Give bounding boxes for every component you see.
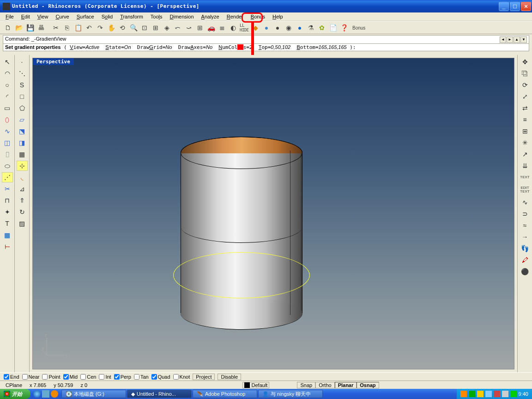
tray-icon-7[interactable] (510, 391, 517, 397)
array-icon[interactable]: ▦ (2, 230, 13, 240)
join-icon[interactable]: ⊓ (2, 195, 13, 206)
taskbar-item-chat[interactable]: 👤与 ningsky 聊天中 (258, 390, 323, 398)
revolve-icon[interactable]: ↻ (17, 207, 28, 217)
array-polar-icon[interactable]: ✳ (520, 138, 531, 148)
curve-freeform-icon[interactable]: ∿ (2, 126, 13, 136)
points-multi-icon[interactable]: ⋱ (17, 68, 28, 79)
viewport-label[interactable]: Perspective (33, 58, 74, 65)
solid-box-icon[interactable]: ◨ (17, 138, 28, 148)
properties-icon[interactable]: 📄 (328, 23, 338, 33)
polygon-curve-icon[interactable]: ⬯ (2, 115, 13, 125)
zoom-dynamic-icon[interactable]: 🔍 (128, 23, 139, 33)
ie-icon[interactable] (33, 390, 41, 398)
fillet-icon[interactable]: ◟ (17, 172, 28, 182)
material-sphere-1-icon[interactable]: ● (261, 23, 272, 33)
menu-solid[interactable]: Solid (98, 13, 116, 20)
status-planar[interactable]: Planar (335, 382, 357, 388)
menu-help[interactable]: Help (269, 13, 287, 20)
open-icon[interactable]: 📂 (14, 23, 24, 33)
array-rect-icon[interactable]: ⊞ (520, 126, 531, 136)
osnap-quad[interactable]: Quad (151, 374, 170, 380)
zoom-window-icon[interactable]: ⊡ (139, 23, 150, 33)
4view-icon[interactable]: ⊞ (195, 23, 205, 33)
help-icon[interactable]: ❓ (339, 23, 349, 33)
menu-analyze[interactable]: Analyze (198, 13, 223, 20)
osnap-int[interactable]: Int (99, 374, 111, 380)
osnap-project-button[interactable]: Project (193, 374, 215, 380)
redo-view-icon[interactable]: ⤻ (184, 23, 194, 33)
box-icon[interactable]: ◫ (2, 138, 13, 148)
osnap-perp[interactable]: Perp (114, 374, 131, 380)
options-gear-icon[interactable]: ✿ (317, 23, 327, 33)
rotate-view-icon[interactable]: ⟲ (117, 23, 127, 33)
polygon-icon[interactable]: ⬠ (17, 103, 28, 113)
ellipsoid-icon[interactable]: ⬭ (2, 161, 13, 171)
layer-selector[interactable]: Default (242, 382, 270, 388)
curve-blend-icon[interactable]: ∿ (520, 197, 531, 207)
paste-icon[interactable]: 📋 (73, 23, 83, 33)
taskbar-item-rhino[interactable]: ◆Untitled - Rhino... (127, 390, 192, 398)
status-ortho[interactable]: Ortho (315, 382, 335, 388)
offset-icon[interactable]: ⊃ (520, 209, 531, 219)
hatch-icon[interactable]: ▨ (17, 218, 28, 229)
viewport-perspective[interactable]: Perspective z x y (32, 58, 514, 369)
menu-view[interactable]: View (34, 13, 52, 20)
layers-stack-icon[interactable]: ≣ (217, 23, 227, 33)
tray-clock[interactable]: 9:40 (519, 391, 528, 397)
all-hide-button[interactable]: LL HIDE (239, 23, 249, 33)
copy-tool-icon[interactable]: ⿻ (520, 68, 531, 79)
align-icon[interactable]: ≡ (520, 115, 531, 125)
undo-icon[interactable]: ↶ (84, 23, 94, 33)
rectangle-tool-icon[interactable]: □ (17, 91, 28, 102)
rotate-icon[interactable]: ⟳ (520, 80, 531, 90)
menu-transform[interactable]: Transform (116, 13, 147, 20)
tray-icon-2[interactable] (469, 391, 475, 397)
marker-icon[interactable]: 🖍 (520, 255, 531, 265)
surface-loft-icon[interactable]: ⬔ (17, 126, 28, 136)
text-icon[interactable]: T (2, 218, 13, 229)
extend-icon[interactable]: → (520, 232, 531, 242)
zoom-extents-icon[interactable]: ⊞ (151, 23, 161, 33)
text-tool-button[interactable]: TEXT (520, 172, 531, 182)
trim-icon[interactable]: ✂ (2, 184, 13, 194)
edit-text-button[interactable]: EDITTEXT (520, 184, 531, 196)
print-icon[interactable]: 🖶 (36, 23, 46, 33)
save-icon[interactable]: 💾 (25, 23, 35, 33)
render-flask-icon[interactable]: ⚗ (306, 23, 316, 33)
osnap-knot[interactable]: Knot (173, 374, 190, 380)
scroll-down-icon[interactable]: ▼ (520, 36, 527, 43)
menu-dimension[interactable]: Dimension (166, 13, 198, 20)
maximize-button[interactable]: □ (510, 2, 520, 11)
bonus-toolbar-button[interactable]: Bonus (350, 23, 368, 33)
osnap-cen[interactable]: Cen (80, 374, 96, 380)
dimension-icon[interactable]: ⊢ (2, 242, 13, 252)
scroll-up-icon[interactable]: ▲ (514, 36, 520, 43)
mirror-icon[interactable]: ⇄ (520, 103, 531, 113)
tray-icon-4[interactable] (485, 391, 492, 397)
tray-icon-1[interactable] (460, 391, 467, 397)
media-icon[interactable] (51, 390, 58, 398)
zoom-selected-icon[interactable]: ◈ (162, 23, 172, 33)
scroll-left-icon[interactable]: ◄ (500, 36, 506, 43)
cut-icon[interactable]: ✂ (51, 23, 61, 33)
chamfer-icon[interactable]: ⊿ (17, 184, 28, 194)
new-icon[interactable]: 🗋 (3, 23, 13, 33)
control-points-icon[interactable]: ⊹ (17, 161, 28, 171)
taskbar-item-photoshop[interactable]: 🪶Adobe Photoshop (193, 390, 257, 398)
osnap-mid[interactable]: Mid (63, 374, 78, 380)
desktop-icon[interactable] (42, 390, 49, 398)
status-snap[interactable]: Snap (297, 382, 315, 388)
edit-points-icon[interactable]: ⋰ (2, 172, 13, 182)
redo-icon[interactable]: ↷ (95, 23, 105, 33)
lasso-icon[interactable]: ◠ (2, 68, 13, 79)
curve-tool-icon[interactable]: S (17, 80, 28, 90)
explode-icon[interactable]: ✦ (2, 207, 13, 217)
match-icon[interactable]: ≈ (520, 220, 531, 230)
menu-edit[interactable]: Edit (18, 13, 34, 20)
project-icon[interactable]: ⇊ (520, 161, 531, 171)
menu-curve[interactable]: Curve (52, 13, 73, 20)
osnap-point[interactable]: Point (42, 374, 60, 380)
menu-surface[interactable]: Surface (73, 13, 98, 20)
menu-file[interactable]: FFileile (2, 13, 18, 20)
tray-icon-6[interactable] (502, 391, 508, 397)
